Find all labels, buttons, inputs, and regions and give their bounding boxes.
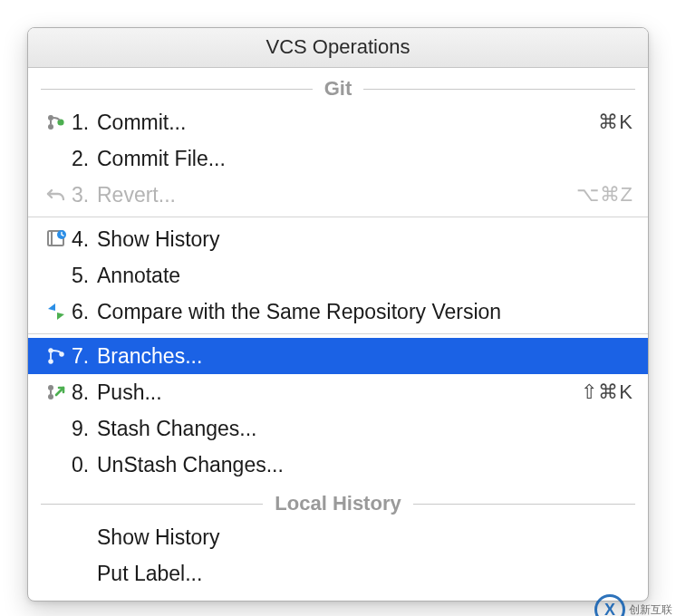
menu-item-label: Commit... bbox=[97, 111, 598, 135]
menu-item-label: Commit File... bbox=[97, 147, 633, 171]
menu-item-shortcut: ⌥⌘Z bbox=[576, 183, 633, 207]
menu-item-compare-repo[interactable]: 6. Compare with the Same Repository Vers… bbox=[28, 294, 648, 330]
menu-item-label: UnStash Changes... bbox=[97, 453, 633, 477]
section-header-label: Git bbox=[315, 77, 362, 101]
menu-item-shortcut: ⇧⌘K bbox=[581, 380, 633, 404]
menu-item-number: 8. bbox=[72, 380, 97, 405]
svg-point-1 bbox=[48, 124, 53, 130]
menu-item-label: Branches... bbox=[97, 344, 633, 369]
menu-item-commit[interactable]: 1. Commit... ⌘K bbox=[28, 104, 648, 140]
menu-item-shortcut: ⌘K bbox=[598, 111, 633, 134]
watermark-text: 创新互联 bbox=[629, 604, 672, 615]
menu-item-number: 2. bbox=[72, 147, 97, 171]
branches-icon bbox=[41, 346, 72, 366]
menu-item-label: Revert... bbox=[97, 183, 576, 207]
menu-item-number: 0. bbox=[72, 453, 97, 477]
separator bbox=[28, 217, 648, 217]
menu-item-unstash[interactable]: 0. UnStash Changes... bbox=[28, 447, 648, 483]
menu-item-stash[interactable]: 9. Stash Changes... bbox=[28, 410, 648, 447]
menu-item-show-history[interactable]: 4. Show History bbox=[28, 221, 648, 257]
menu-item-commit-file[interactable]: 2. Commit File... bbox=[28, 140, 648, 177]
menu-item-put-label[interactable]: Put Label... bbox=[28, 555, 648, 592]
local-history-menu-group: Show History Put Label... bbox=[28, 519, 648, 592]
menu-item-number: 5. bbox=[72, 264, 97, 288]
section-header-local-history: Local History bbox=[28, 492, 648, 515]
compare-arrows-icon bbox=[41, 302, 72, 322]
menu-item-number: 9. bbox=[72, 417, 97, 441]
section-header-label: Local History bbox=[266, 492, 410, 515]
git-menu-group-3: 7. Branches... 8. Push... ⇧⌘K 9. Stash C bbox=[28, 338, 648, 483]
svg-point-6 bbox=[49, 349, 53, 353]
menu-item-label: Show History bbox=[97, 227, 633, 252]
menu-item-revert: 3. Revert... ⌥⌘Z bbox=[28, 177, 648, 213]
popup-title: VCS Operations bbox=[28, 28, 648, 68]
separator bbox=[28, 333, 648, 334]
vcs-operations-popup: VCS Operations Git 1. Commit... ⌘K bbox=[27, 27, 649, 602]
push-icon bbox=[41, 382, 72, 402]
menu-item-label: Push... bbox=[97, 380, 581, 405]
menu-item-label: Put Label... bbox=[97, 562, 633, 586]
menu-item-label: Show History bbox=[97, 525, 633, 550]
menu-item-local-show-history[interactable]: Show History bbox=[28, 519, 648, 555]
menu-item-push[interactable]: 8. Push... ⇧⌘K bbox=[28, 374, 648, 410]
section-header-git: Git bbox=[28, 77, 648, 101]
menu-item-number: 6. bbox=[72, 300, 97, 324]
svg-point-9 bbox=[48, 385, 53, 390]
git-menu-group-1: 1. Commit... ⌘K 2. Commit File... 3. Rev… bbox=[28, 104, 648, 213]
svg-point-10 bbox=[48, 394, 53, 399]
menu-item-number: 1. bbox=[72, 111, 97, 135]
watermark-logo: X 创新互联 bbox=[594, 594, 672, 616]
menu-item-branches[interactable]: 7. Branches... bbox=[28, 338, 648, 374]
watermark-badge: X bbox=[594, 594, 625, 616]
history-clock-icon bbox=[41, 229, 72, 249]
menu-item-label: Annotate bbox=[97, 264, 633, 288]
menu-item-label: Compare with the Same Repository Version bbox=[97, 300, 633, 324]
menu-item-label: Stash Changes... bbox=[97, 417, 633, 441]
menu-item-number: 3. bbox=[72, 183, 97, 207]
undo-icon bbox=[41, 185, 72, 205]
menu-item-annotate[interactable]: 5. Annotate bbox=[28, 257, 648, 294]
menu-item-number: 4. bbox=[72, 227, 97, 252]
menu-item-number: 7. bbox=[72, 344, 97, 369]
svg-point-0 bbox=[48, 115, 53, 120]
svg-point-7 bbox=[49, 360, 53, 364]
git-menu-group-2: 4. Show History 5. Annotate 6. Compare w… bbox=[28, 221, 648, 330]
branch-commit-icon bbox=[41, 112, 72, 132]
